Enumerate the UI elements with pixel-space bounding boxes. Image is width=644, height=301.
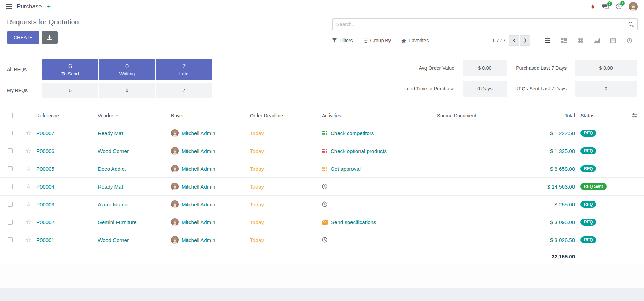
vendor-link[interactable]: Gemini Furniture	[98, 219, 137, 225]
column-header-source-document[interactable]: Source Document	[437, 113, 518, 118]
search-input[interactable]	[336, 22, 626, 27]
activity-cell[interactable]	[322, 201, 437, 207]
column-header-status[interactable]: Status	[580, 113, 625, 118]
pager-next-button[interactable]	[520, 35, 530, 46]
list-view-icon[interactable]	[539, 35, 556, 46]
activities-clock-icon[interactable]: 1	[616, 3, 622, 9]
activity-cell[interactable]: Check competitors	[322, 130, 437, 136]
reference-link[interactable]: P00006	[36, 148, 54, 154]
buyer-link[interactable]: Mitchell Admin	[182, 219, 215, 225]
user-avatar[interactable]	[629, 2, 638, 11]
reference-link[interactable]: P00001	[36, 237, 54, 243]
activity-cell[interactable]	[322, 184, 437, 189]
activity-cell[interactable]: Get approval	[322, 166, 437, 172]
export-button[interactable]	[42, 31, 58, 44]
tasks-icon[interactable]	[322, 149, 327, 153]
vendor-link[interactable]: Azure Interior	[98, 201, 129, 207]
row-checkbox[interactable]	[8, 220, 13, 225]
optional-columns-button[interactable]	[625, 113, 644, 118]
vendor-link[interactable]: Deco Addict	[98, 166, 126, 172]
reference-link[interactable]: P00002	[36, 219, 54, 225]
activity-cell[interactable]: Check optional products	[322, 148, 437, 154]
reference-link[interactable]: P00004	[36, 184, 54, 190]
debug-bug-icon[interactable]	[590, 4, 595, 9]
row-checkbox[interactable]	[8, 237, 13, 242]
kanban-view-icon[interactable]	[556, 35, 572, 46]
group-by-button[interactable]: Group By	[363, 38, 391, 43]
activity-view-icon[interactable]	[621, 35, 638, 46]
buyer-link[interactable]: Mitchell Admin	[182, 201, 215, 207]
kpi-card-late[interactable]: 7 Late	[156, 59, 212, 80]
column-header-activities[interactable]: Activities	[322, 113, 437, 118]
tasks-icon[interactable]	[322, 131, 327, 135]
table-row[interactable]: ☆ P00002 Gemini Furniture Mitchell Admin…	[0, 213, 644, 231]
activity-cell[interactable]: Send specifications	[322, 219, 437, 225]
reference-link[interactable]: P00007	[36, 130, 54, 136]
column-header-total[interactable]: Total	[518, 113, 580, 118]
filters-button[interactable]: Filters	[332, 38, 353, 43]
favorite-star-icon[interactable]: ☆	[25, 148, 31, 154]
favorite-star-icon[interactable]: ☆	[25, 237, 31, 243]
vendor-link[interactable]: Ready Mat	[98, 130, 123, 136]
buyer-link[interactable]: Mitchell Admin	[182, 166, 215, 172]
column-header-order-deadline[interactable]: Order Deadline	[250, 113, 322, 118]
table-row[interactable]: ☆ P00004 Ready Mat Mitchell Admin Today …	[0, 178, 644, 196]
clock-icon[interactable]	[322, 201, 327, 207]
tasks-icon[interactable]	[322, 167, 327, 171]
buyer-link[interactable]: Mitchell Admin	[182, 184, 215, 190]
buyer-link[interactable]: Mitchell Admin	[182, 148, 215, 154]
column-header-reference[interactable]: Reference	[36, 113, 98, 118]
search-bar[interactable]	[332, 18, 638, 30]
row-checkbox[interactable]	[8, 131, 13, 135]
activity-label[interactable]: Get approval	[331, 166, 361, 172]
search-icon[interactable]	[628, 22, 634, 27]
favorite-star-icon[interactable]: ☆	[25, 201, 31, 207]
envelope-icon[interactable]	[322, 220, 328, 225]
favorites-button[interactable]: Favorites	[401, 38, 429, 43]
row-checkbox[interactable]	[8, 148, 13, 153]
table-row[interactable]: ☆ P00001 Wood Corner Mitchell Admin Toda…	[0, 231, 644, 249]
download-icon	[47, 35, 52, 40]
buyer-link[interactable]: Mitchell Admin	[182, 237, 215, 243]
kpi-card-waiting[interactable]: 0 Waiting	[99, 59, 155, 80]
create-button[interactable]: CREATE	[7, 31, 39, 44]
favorite-star-icon[interactable]: ☆	[25, 130, 31, 136]
graph-view-icon[interactable]	[589, 35, 605, 46]
vendor-link[interactable]: Wood Corner	[98, 237, 129, 243]
clock-icon[interactable]	[322, 237, 327, 243]
table-row[interactable]: ☆ P00003 Azure Interior Mitchell Admin T…	[0, 196, 644, 213]
activity-label[interactable]: Check optional products	[331, 148, 387, 154]
my-to-send-card[interactable]: 6	[42, 83, 98, 98]
buyer-link[interactable]: Mitchell Admin	[182, 130, 215, 136]
my-late-card[interactable]: 7	[156, 83, 212, 98]
reference-link[interactable]: P00005	[36, 166, 54, 172]
select-all-checkbox[interactable]	[8, 113, 13, 118]
new-plus-icon[interactable]: +	[47, 3, 51, 10]
calendar-view-icon[interactable]	[605, 35, 621, 46]
reference-link[interactable]: P00003	[36, 201, 54, 207]
activity-cell[interactable]	[322, 237, 437, 243]
table-row[interactable]: ☆ P00007 Ready Mat Mitchell Admin Today …	[0, 124, 644, 142]
pager-previous-button[interactable]	[509, 35, 519, 46]
apps-menu-icon[interactable]	[6, 4, 12, 9]
clock-icon[interactable]	[322, 184, 327, 189]
vendor-link[interactable]: Ready Mat	[98, 184, 123, 190]
activity-label[interactable]: Send specifications	[331, 219, 376, 225]
column-header-vendor[interactable]: Vendor	[98, 113, 171, 118]
column-header-buyer[interactable]: Buyer	[171, 113, 250, 118]
table-row[interactable]: ☆ P00005 Deco Addict Mitchell Admin Toda…	[0, 160, 644, 178]
kpi-card-to-send[interactable]: 6 To Send	[42, 59, 98, 80]
activity-label[interactable]: Check competitors	[331, 130, 374, 136]
messages-icon[interactable]: 5	[602, 4, 609, 9]
row-checkbox[interactable]	[8, 184, 13, 189]
pivot-view-icon[interactable]	[572, 35, 589, 46]
row-checkbox[interactable]	[8, 166, 13, 171]
favorite-star-icon[interactable]: ☆	[25, 166, 31, 172]
my-waiting-card[interactable]: 0	[99, 83, 155, 98]
app-name[interactable]: Purchase	[17, 3, 42, 10]
row-checkbox[interactable]	[8, 202, 13, 207]
vendor-link[interactable]: Wood Corner	[98, 148, 129, 154]
table-row[interactable]: ☆ P00006 Wood Corner Mitchell Admin Toda…	[0, 142, 644, 160]
favorite-star-icon[interactable]: ☆	[25, 219, 31, 225]
favorite-star-icon[interactable]: ☆	[25, 183, 31, 190]
